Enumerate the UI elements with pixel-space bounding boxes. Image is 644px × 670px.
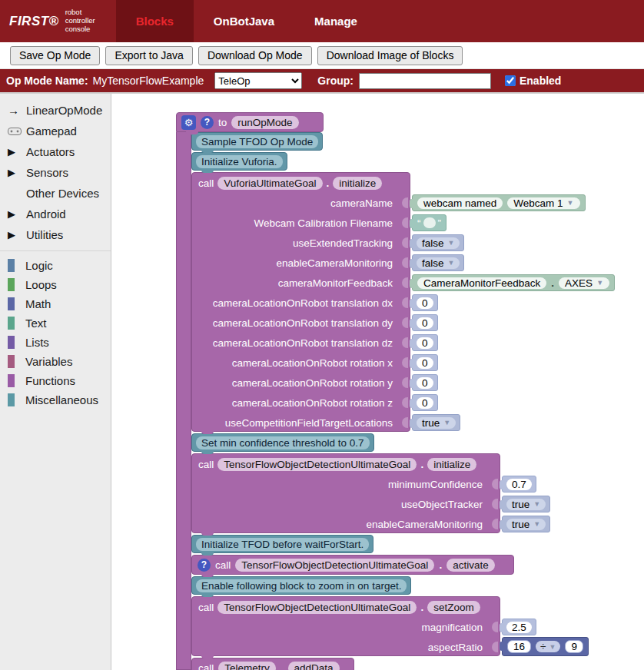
block-runopmode-spine[interactable] xyxy=(176,132,191,670)
value-block-boolean[interactable]: true▼ xyxy=(412,414,460,431)
value-block-webcam-name[interactable]: webcam named Webcam 1▼ xyxy=(412,194,586,211)
block-method-field[interactable]: initialize xyxy=(427,458,476,471)
value-block-boolean[interactable]: true▼ xyxy=(502,496,550,512)
top-banner: FIRST® robot controller console Blocks O… xyxy=(0,0,644,42)
toolbar: Save Op Mode Export to Java Download Op … xyxy=(0,42,644,69)
comment-block[interactable]: Initialize Vuforia. xyxy=(191,152,287,171)
value-block-number[interactable]: 0.7 xyxy=(502,476,536,493)
value-block-number[interactable]: 0 xyxy=(412,354,438,371)
toolbox-item-sensors[interactable]: ▶ Sensors xyxy=(0,162,111,183)
block-tfod-setzoom[interactable]: call TensorFlowObjectDetectionUltimateGo… xyxy=(191,596,500,656)
download-opmode-button[interactable]: Download Op Mode xyxy=(198,46,312,65)
block-method-field[interactable]: initialize xyxy=(333,177,382,190)
toolbox-item-gamepad[interactable]: Gamepad xyxy=(0,121,111,141)
toolbox-category-variables[interactable]: Variables xyxy=(0,352,111,371)
tab-manage[interactable]: Manage xyxy=(294,0,377,42)
flavor-select[interactable]: TeleOp xyxy=(214,72,302,89)
toolbox-item-utilities[interactable]: ▶ Utilities xyxy=(0,224,111,245)
procedure-name-field[interactable]: runOpMode xyxy=(231,116,298,129)
enabled-label: Enabled xyxy=(520,75,561,87)
tab-onbotjava[interactable]: OnBotJava xyxy=(194,0,294,42)
expand-triangle-icon: ▶ xyxy=(8,229,26,240)
block-runopmode-header[interactable]: ⚙ ? to runOpMode xyxy=(176,112,324,132)
expand-triangle-icon: ▶ xyxy=(8,167,26,178)
gamepad-icon xyxy=(8,127,26,136)
enum-dropdown[interactable]: AXES▼ xyxy=(559,277,609,289)
value-block-empty-string[interactable]: “ ” xyxy=(412,214,446,231)
number-field[interactable]: 16 xyxy=(507,640,531,653)
category-color-chip xyxy=(8,259,15,272)
arrow-icon: → xyxy=(8,104,26,117)
value-block-boolean[interactable]: false▼ xyxy=(412,234,464,251)
block-method-field[interactable]: activate xyxy=(446,559,495,572)
main-area: → LinearOpMode Gamepad ▶ Actuators ▶ Sen… xyxy=(0,94,644,670)
value-block-number[interactable]: 0 xyxy=(412,334,438,351)
category-color-chip xyxy=(8,374,15,387)
toolbox-item-linearopmode[interactable]: → LinearOpMode xyxy=(0,100,111,121)
toolbox-category-loops[interactable]: Loops xyxy=(0,275,111,294)
opmode-bar: Op Mode Name: MyTensorFlowExample TeleOp… xyxy=(0,69,644,94)
toolbox-category-logic[interactable]: Logic xyxy=(0,256,111,275)
help-icon[interactable]: ? xyxy=(201,116,214,129)
logo-subtitle: robot controller console xyxy=(65,8,105,34)
expand-triangle-icon: ▶ xyxy=(8,208,26,220)
block-telemetry-adddata[interactable]: call Telemetry . addData xyxy=(191,658,354,670)
help-icon[interactable]: ? xyxy=(198,559,211,572)
category-color-chip xyxy=(8,317,15,330)
value-block-number[interactable]: 2.5 xyxy=(502,619,536,635)
blocks-toolbox: → LinearOpMode Gamepad ▶ Actuators ▶ Sen… xyxy=(0,94,111,670)
block-vuforia-initialize[interactable]: call VuforiaUltimateGoal . initialize ca… xyxy=(191,172,410,432)
value-block-number[interactable]: 0 xyxy=(412,314,438,331)
value-block-boolean[interactable]: false▼ xyxy=(412,254,464,271)
toolbox-category-miscellaneous[interactable]: Miscellaneous xyxy=(0,390,111,410)
block-tfod-initialize[interactable]: call TensorFlowObjectDetectionUltimateGo… xyxy=(191,453,500,533)
value-block-division[interactable]: 16 ÷▼ 9 xyxy=(502,637,589,656)
webcam-dropdown[interactable]: Webcam 1▼ xyxy=(507,197,579,209)
value-block-number[interactable]: 0 xyxy=(412,294,438,311)
enabled-checkbox[interactable] xyxy=(505,75,516,86)
comment-block[interactable]: Sample TFOD Op Mode xyxy=(191,132,323,151)
logo: FIRST® robot controller console xyxy=(0,0,116,42)
toolbox-item-other-devices[interactable]: Other Devices xyxy=(0,183,111,204)
block-target-field[interactable]: TensorFlowObjectDetectionUltimateGoal xyxy=(235,559,434,572)
number-field[interactable]: 9 xyxy=(565,640,583,653)
value-block-enum[interactable]: CameraMonitorFeedback . AXES▼ xyxy=(412,274,615,291)
toolbox-category-math[interactable]: Math xyxy=(0,294,111,313)
block-target-field[interactable]: Telemetry xyxy=(218,662,276,670)
operator-dropdown[interactable]: ÷▼ xyxy=(536,641,560,652)
block-method-field[interactable]: setZoom xyxy=(427,601,480,614)
toolbox-divider xyxy=(0,247,111,251)
tab-blocks[interactable]: Blocks xyxy=(116,0,194,42)
toolbox-item-actuators[interactable]: ▶ Actuators xyxy=(0,141,111,162)
toolbox-item-android[interactable]: ▶ Android xyxy=(0,204,111,224)
comment-block[interactable]: Set min confidence threshold to 0.7 xyxy=(191,433,374,452)
category-color-chip xyxy=(8,393,15,406)
block-tfod-activate[interactable]: ? call TensorFlowObjectDetectionUltimate… xyxy=(191,555,514,575)
mutator-gear-icon[interactable]: ⚙ xyxy=(181,115,196,130)
save-opmode-button[interactable]: Save Op Mode xyxy=(10,46,100,65)
text-field[interactable] xyxy=(423,217,436,228)
toolbox-category-text[interactable]: Text xyxy=(0,313,111,333)
category-color-chip xyxy=(8,336,15,349)
block-target-field[interactable]: TensorFlowObjectDetectionUltimateGoal xyxy=(217,458,417,471)
block-method-field[interactable]: addData xyxy=(288,662,340,670)
group-label: Group: xyxy=(317,75,354,87)
opmode-name-label: Op Mode Name: xyxy=(6,75,88,87)
first-logo: FIRST® xyxy=(9,14,59,29)
value-block-number[interactable]: 0 xyxy=(412,394,438,411)
group-input[interactable] xyxy=(359,73,491,89)
comment-block[interactable]: Initialize TFOD before waitForStart. xyxy=(191,535,373,553)
value-block-boolean[interactable]: true▼ xyxy=(502,516,550,532)
toolbox-category-functions[interactable]: Functions xyxy=(0,371,111,390)
category-color-chip xyxy=(8,355,15,368)
toolbox-category-lists[interactable]: Lists xyxy=(0,333,111,352)
block-target-field[interactable]: TensorFlowObjectDetectionUltimateGoal xyxy=(217,601,417,614)
comment-block[interactable]: Enable following block to zoom in on tar… xyxy=(191,576,411,595)
expand-triangle-icon: ▶ xyxy=(8,146,26,158)
value-block-number[interactable]: 0 xyxy=(412,374,438,391)
download-image-button[interactable]: Download Image of Blocks xyxy=(317,46,463,65)
opmode-name-value: MyTensorFlowExample xyxy=(93,75,204,87)
export-to-java-button[interactable]: Export to Java xyxy=(105,46,193,65)
block-target-field[interactable]: VuforiaUltimateGoal xyxy=(217,177,322,190)
blocks-workspace[interactable]: ⚙ ? to runOpMode Sample TFOD Op Mode Ini… xyxy=(112,94,644,670)
